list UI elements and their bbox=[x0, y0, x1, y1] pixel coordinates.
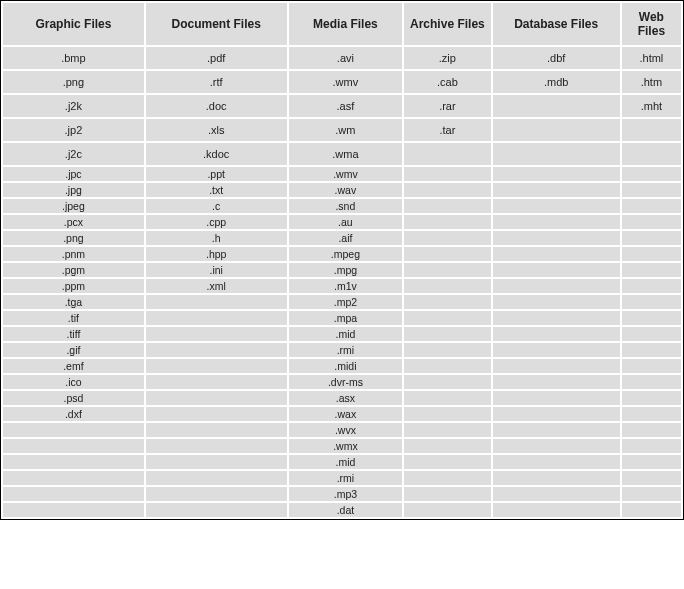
cell-graphic: .tga bbox=[2, 294, 145, 310]
cell-web bbox=[621, 262, 682, 278]
cell-database bbox=[492, 310, 621, 326]
cell-archive bbox=[403, 454, 491, 470]
cell-graphic: .gif bbox=[2, 342, 145, 358]
cell-document: .ini bbox=[145, 262, 288, 278]
table-row: .wvx bbox=[2, 422, 682, 438]
cell-archive bbox=[403, 182, 491, 198]
cell-media: .wvx bbox=[288, 422, 404, 438]
table-row: .j2c.kdoc.wma bbox=[2, 142, 682, 166]
table-header-row: Graphic Files Document Files Media Files… bbox=[2, 2, 682, 46]
cell-web bbox=[621, 422, 682, 438]
cell-web bbox=[621, 454, 682, 470]
table-body: .bmp.pdf.avi.zip.dbf.html.png.rtf.wmv.ca… bbox=[2, 46, 682, 518]
cell-document: .kdoc bbox=[145, 142, 288, 166]
cell-web: .html bbox=[621, 46, 682, 70]
table-row: .jp2.xls.wm.tar bbox=[2, 118, 682, 142]
cell-graphic: .jpg bbox=[2, 182, 145, 198]
cell-media: .aif bbox=[288, 230, 404, 246]
table-row: .png.rtf.wmv.cab.mdb.htm bbox=[2, 70, 682, 94]
table-row: .tif.mpa bbox=[2, 310, 682, 326]
cell-graphic: .jpeg bbox=[2, 198, 145, 214]
cell-document: .xml bbox=[145, 278, 288, 294]
cell-document bbox=[145, 294, 288, 310]
cell-media: .mid bbox=[288, 454, 404, 470]
cell-media: .mpa bbox=[288, 310, 404, 326]
cell-graphic: .jpc bbox=[2, 166, 145, 182]
cell-web bbox=[621, 390, 682, 406]
cell-graphic: .jp2 bbox=[2, 118, 145, 142]
cell-database bbox=[492, 390, 621, 406]
table-row: .mp3 bbox=[2, 486, 682, 502]
cell-media: .wax bbox=[288, 406, 404, 422]
cell-archive bbox=[403, 326, 491, 342]
cell-media: .mpg bbox=[288, 262, 404, 278]
cell-web bbox=[621, 246, 682, 262]
cell-archive bbox=[403, 166, 491, 182]
cell-media: .asx bbox=[288, 390, 404, 406]
cell-media: .dat bbox=[288, 502, 404, 518]
table-row: .gif.rmi bbox=[2, 342, 682, 358]
cell-archive: .cab bbox=[403, 70, 491, 94]
cell-web bbox=[621, 406, 682, 422]
cell-database: .mdb bbox=[492, 70, 621, 94]
table-row: .png.h.aif bbox=[2, 230, 682, 246]
cell-web bbox=[621, 294, 682, 310]
cell-web bbox=[621, 214, 682, 230]
cell-database bbox=[492, 198, 621, 214]
cell-graphic: .j2k bbox=[2, 94, 145, 118]
cell-database bbox=[492, 182, 621, 198]
cell-archive bbox=[403, 390, 491, 406]
table-row: .pcx.cpp.au bbox=[2, 214, 682, 230]
cell-media: .avi bbox=[288, 46, 404, 70]
cell-web: .mht bbox=[621, 94, 682, 118]
cell-database bbox=[492, 486, 621, 502]
table-row: .ico.dvr-ms bbox=[2, 374, 682, 390]
cell-document: .txt bbox=[145, 182, 288, 198]
cell-document bbox=[145, 422, 288, 438]
cell-web bbox=[621, 326, 682, 342]
cell-database bbox=[492, 262, 621, 278]
cell-database bbox=[492, 278, 621, 294]
cell-graphic: .pgm bbox=[2, 262, 145, 278]
cell-archive bbox=[403, 214, 491, 230]
cell-archive bbox=[403, 470, 491, 486]
cell-media: .wav bbox=[288, 182, 404, 198]
table-row: .wmx bbox=[2, 438, 682, 454]
cell-archive bbox=[403, 262, 491, 278]
cell-database: .dbf bbox=[492, 46, 621, 70]
cell-web bbox=[621, 374, 682, 390]
cell-media: .dvr-ms bbox=[288, 374, 404, 390]
cell-web bbox=[621, 166, 682, 182]
cell-document bbox=[145, 502, 288, 518]
cell-document: .doc bbox=[145, 94, 288, 118]
table-row: .tga.mp2 bbox=[2, 294, 682, 310]
cell-graphic bbox=[2, 438, 145, 454]
table-row: .jpeg.c.snd bbox=[2, 198, 682, 214]
table-row: .j2k.doc.asf.rar.mht bbox=[2, 94, 682, 118]
cell-media: .snd bbox=[288, 198, 404, 214]
header-document: Document Files bbox=[145, 2, 288, 46]
cell-database bbox=[492, 470, 621, 486]
cell-archive bbox=[403, 198, 491, 214]
header-web: Web Files bbox=[621, 2, 682, 46]
cell-graphic: .emf bbox=[2, 358, 145, 374]
cell-database bbox=[492, 94, 621, 118]
cell-document bbox=[145, 326, 288, 342]
cell-document bbox=[145, 406, 288, 422]
cell-database bbox=[492, 422, 621, 438]
cell-web bbox=[621, 142, 682, 166]
cell-document: .h bbox=[145, 230, 288, 246]
cell-database bbox=[492, 166, 621, 182]
cell-graphic bbox=[2, 502, 145, 518]
cell-archive bbox=[403, 310, 491, 326]
cell-archive bbox=[403, 438, 491, 454]
table-row: .dat bbox=[2, 502, 682, 518]
cell-web bbox=[621, 438, 682, 454]
cell-archive bbox=[403, 278, 491, 294]
table-row: .bmp.pdf.avi.zip.dbf.html bbox=[2, 46, 682, 70]
cell-document bbox=[145, 454, 288, 470]
cell-archive bbox=[403, 486, 491, 502]
table-row: .rmi bbox=[2, 470, 682, 486]
cell-media: .mid bbox=[288, 326, 404, 342]
cell-graphic: .png bbox=[2, 70, 145, 94]
